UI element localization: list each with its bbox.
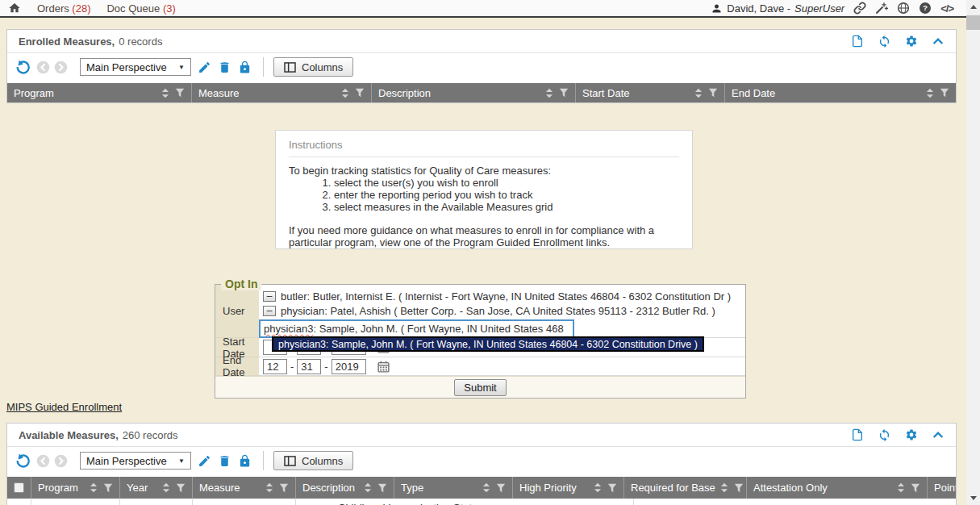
date-separator: - xyxy=(290,361,294,373)
sort-icon[interactable] xyxy=(694,88,703,98)
refresh-icon[interactable] xyxy=(878,35,891,48)
column-header-description[interactable]: Description xyxy=(296,477,394,499)
filter-icon[interactable] xyxy=(496,483,506,493)
filter-icon[interactable] xyxy=(175,88,185,98)
sort-icon[interactable] xyxy=(341,88,349,98)
collapse-panel-icon[interactable] xyxy=(932,428,945,441)
page-scrollbar[interactable] xyxy=(966,0,980,505)
nav-doc-queue-label: Doc Queue xyxy=(106,2,160,15)
filter-icon[interactable] xyxy=(607,483,617,493)
perspective-select[interactable]: Main Perspective ▼ xyxy=(80,452,191,470)
history-forward-icon[interactable] xyxy=(54,454,68,468)
user-search-input[interactable]: physician3: Sample, John M. ( Fort Wayne… xyxy=(259,319,574,338)
help-icon[interactable]: ? xyxy=(919,2,932,15)
mips-guided-enrollment-link[interactable]: MIPS Guided Enrollment xyxy=(6,401,122,413)
user-menu[interactable]: David, Dave - SuperUser xyxy=(711,2,844,15)
column-label: Measure xyxy=(198,87,240,99)
chevron-down-icon: ▼ xyxy=(178,64,185,71)
sort-icon[interactable] xyxy=(265,482,273,493)
link-icon[interactable] xyxy=(853,2,866,15)
instruction-step: enter the reporting period you wish to t… xyxy=(334,189,679,201)
filter-icon[interactable] xyxy=(176,483,186,493)
history-back-icon[interactable] xyxy=(36,454,50,468)
sort-icon[interactable] xyxy=(897,482,905,493)
lock-perspective-icon[interactable] xyxy=(238,454,252,468)
column-header-measure[interactable]: Measure xyxy=(192,83,372,102)
perspective-select[interactable]: Main Perspective ▼ xyxy=(80,58,191,76)
end-day-input[interactable]: 31 xyxy=(297,359,321,374)
filter-icon[interactable] xyxy=(911,483,920,493)
remove-user-button[interactable]: – xyxy=(263,291,276,302)
globe-icon[interactable] xyxy=(897,2,910,15)
column-header-points[interactable]: Points xyxy=(928,477,956,499)
select-all-checkbox[interactable] xyxy=(14,482,24,493)
filter-icon[interactable] xyxy=(355,88,365,98)
sort-icon[interactable] xyxy=(482,482,490,493)
column-header-program[interactable]: Program xyxy=(31,477,120,499)
sort-icon[interactable] xyxy=(364,482,372,493)
filter-icon[interactable] xyxy=(103,483,113,493)
columns-button[interactable]: Columns xyxy=(273,451,353,470)
column-header-measure[interactable]: Measure xyxy=(193,477,296,499)
column-header-start-date[interactable]: Start Date xyxy=(576,83,725,102)
filter-icon[interactable] xyxy=(559,88,569,98)
sort-icon[interactable] xyxy=(161,88,169,98)
submit-button[interactable]: Submit xyxy=(454,379,506,396)
instructions-title: Instructions xyxy=(289,139,679,151)
edit-perspective-icon[interactable] xyxy=(198,454,211,468)
filter-icon[interactable] xyxy=(279,483,289,493)
undo-icon[interactable] xyxy=(15,453,31,469)
end-month-input[interactable]: 12 xyxy=(263,359,287,374)
column-header-year[interactable]: Year xyxy=(120,477,193,499)
sort-icon[interactable] xyxy=(594,482,602,493)
column-header-attestation-only[interactable]: Attestation Only xyxy=(747,477,928,499)
column-header-type[interactable]: Type xyxy=(394,477,513,499)
new-record-icon[interactable] xyxy=(851,428,864,441)
history-back-icon[interactable] xyxy=(36,61,50,74)
delete-perspective-icon[interactable] xyxy=(218,454,231,468)
sort-icon[interactable] xyxy=(545,88,553,98)
code-icon[interactable]: </> xyxy=(940,2,953,15)
gear-icon[interactable] xyxy=(905,428,918,441)
sort-icon[interactable] xyxy=(720,482,728,493)
column-header-required-for-base[interactable]: Required for Base xyxy=(624,477,747,499)
columns-button-label: Columns xyxy=(302,61,343,73)
autocomplete-suggestion[interactable]: physician3: Sample, John M. ( Fort Wayne… xyxy=(272,336,704,352)
edit-perspective-icon[interactable] xyxy=(198,61,211,74)
scroll-down-arrow[interactable] xyxy=(966,491,980,505)
home-icon[interactable] xyxy=(8,2,21,15)
sort-icon[interactable] xyxy=(926,88,934,98)
delete-perspective-icon[interactable] xyxy=(218,61,231,74)
refresh-icon[interactable] xyxy=(878,428,891,442)
sort-icon[interactable] xyxy=(162,482,170,493)
columns-button-label: Columns xyxy=(302,455,343,467)
chevron-down-icon: ▼ xyxy=(178,457,185,465)
nav-orders[interactable]: Orders (28) xyxy=(37,2,90,15)
new-record-icon[interactable] xyxy=(851,35,864,48)
collapse-panel-icon[interactable] xyxy=(932,35,945,48)
enrolled-toolbar: Main Perspective ▼ Columns xyxy=(7,53,956,81)
wand-icon[interactable] xyxy=(875,2,888,15)
filter-icon[interactable] xyxy=(734,483,744,493)
scroll-up-arrow[interactable] xyxy=(966,0,980,14)
column-header-high-priority[interactable]: High Priority xyxy=(513,477,624,499)
remove-user-button[interactable]: – xyxy=(263,306,276,316)
scrollbar-thumb[interactable] xyxy=(966,15,980,30)
column-header-end-date[interactable]: End Date xyxy=(725,83,956,102)
columns-button[interactable]: Columns xyxy=(273,57,353,77)
filter-icon[interactable] xyxy=(377,483,387,493)
filter-icon[interactable] xyxy=(940,88,949,98)
undo-icon[interactable] xyxy=(15,60,31,75)
table-row[interactable]: Childhood Immunization Status xyxy=(7,499,956,505)
nav-doc-queue[interactable]: Doc Queue (3) xyxy=(106,2,175,15)
filter-icon[interactable] xyxy=(708,88,718,98)
user-avatar-icon xyxy=(711,2,723,15)
sort-icon[interactable] xyxy=(90,482,98,493)
column-header-program[interactable]: Program xyxy=(7,83,192,102)
gear-icon[interactable] xyxy=(905,35,918,48)
end-year-input[interactable]: 2019 xyxy=(332,359,366,374)
end-calendar-icon[interactable] xyxy=(377,361,390,373)
history-forward-icon[interactable] xyxy=(54,61,68,74)
lock-perspective-icon[interactable] xyxy=(238,61,252,74)
column-header-description[interactable]: Description xyxy=(372,83,576,102)
